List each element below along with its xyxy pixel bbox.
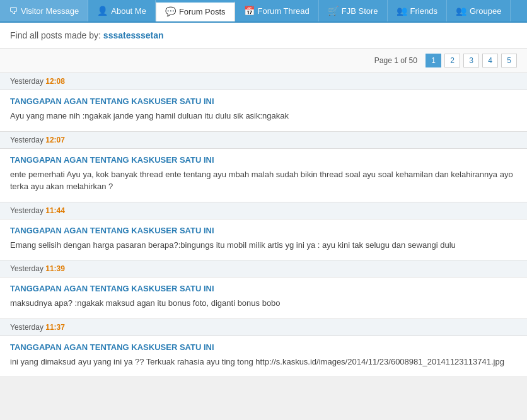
tab-forum-thread[interactable]: 📅Forum Thread bbox=[235, 0, 319, 21]
tab-bar: 🗨Visitor Message👤About Me💬Forum Posts📅Fo… bbox=[0, 0, 527, 23]
post-thread-title-5[interactable]: TANGGAPAN AGAN TENTANG KASKUSER SATU INI bbox=[10, 342, 517, 352]
page-btn-5[interactable]: 5 bbox=[501, 54, 517, 67]
tab-icon-groupee: 👥 bbox=[456, 6, 466, 16]
post-entry-3: Yesterday 11:44TANGGAPAN AGAN TENTANG KA… bbox=[0, 202, 527, 261]
post-thread-title-1[interactable]: TANGGAPAN AGAN TENTANG KASKUSER SATU INI bbox=[10, 96, 517, 106]
post-body-3: TANGGAPAN AGAN TENTANG KASKUSER SATU INI… bbox=[0, 219, 527, 260]
timestamp-label-3: Yesterday bbox=[10, 206, 45, 215]
username-link[interactable]: sssatesssetan bbox=[103, 30, 164, 40]
post-body-4: TANGGAPAN AGAN TENTANG KASKUSER SATU INI… bbox=[0, 277, 527, 318]
tab-icon-about-me: 👤 bbox=[97, 6, 108, 16]
tab-friends[interactable]: 👥Friends bbox=[388, 0, 447, 21]
tab-label-groupee: Groupee bbox=[470, 6, 502, 16]
tab-label-visitor-message: Visitor Message bbox=[21, 6, 79, 16]
post-timestamp-2: Yesterday 12:07 bbox=[0, 132, 527, 149]
timestamp-label-2: Yesterday bbox=[10, 136, 45, 144]
tab-icon-visitor-message: 🗨 bbox=[9, 6, 18, 16]
find-posts-label: Find all posts made by: bbox=[10, 30, 101, 40]
post-text-2: ente pemerhati Ayu ya, kok banyak thread… bbox=[10, 168, 517, 193]
post-entry-5: Yesterday 11:37TANGGAPAN AGAN TENTANG KA… bbox=[0, 319, 527, 378]
timestamp-time-2: 12:07 bbox=[45, 136, 65, 144]
content-area: Find all posts made by: sssatesssetan Pa… bbox=[0, 23, 527, 377]
post-text-1: Ayu yang mane nih :ngakak jande yang ham… bbox=[10, 110, 517, 122]
tab-icon-fjb-store: 🛒 bbox=[328, 6, 339, 16]
tab-icon-forum-thread: 📅 bbox=[244, 6, 255, 16]
tab-visitor-message[interactable]: 🗨Visitor Message bbox=[0, 0, 88, 21]
timestamp-time-3: 11:44 bbox=[45, 206, 65, 215]
tab-about-me[interactable]: 👤About Me bbox=[88, 0, 156, 21]
post-text-4: maksudnya apa? :ngakak maksud agan itu b… bbox=[10, 297, 517, 310]
timestamp-label-4: Yesterday bbox=[10, 264, 45, 273]
tab-forum-posts[interactable]: 💬Forum Posts bbox=[156, 1, 235, 21]
timestamp-time-5: 11:37 bbox=[45, 323, 65, 332]
tab-label-forum-posts: Forum Posts bbox=[179, 7, 226, 16]
post-timestamp-1: Yesterday 12:08 bbox=[0, 73, 527, 90]
tab-label-friends: Friends bbox=[410, 6, 437, 16]
post-text-3: Emang selisih dengan harga pasaran berap… bbox=[10, 239, 517, 252]
tab-groupee[interactable]: 👥Groupee bbox=[447, 0, 511, 21]
find-posts-bar: Find all posts made by: sssatesssetan bbox=[0, 23, 527, 49]
page-btn-1[interactable]: 1 bbox=[426, 54, 441, 67]
pagination-bar: Page 1 of 50 1 2 3 4 5 bbox=[0, 49, 527, 73]
post-body-2: TANGGAPAN AGAN TENTANG KASKUSER SATU INI… bbox=[0, 149, 527, 202]
post-entry-1: Yesterday 12:08TANGGAPAN AGAN TENTANG KA… bbox=[0, 73, 527, 132]
post-thread-title-2[interactable]: TANGGAPAN AGAN TENTANG KASKUSER SATU INI bbox=[10, 155, 517, 165]
page-btn-3[interactable]: 3 bbox=[463, 54, 479, 67]
tab-icon-forum-posts: 💬 bbox=[165, 6, 176, 16]
posts-container: Yesterday 12:08TANGGAPAN AGAN TENTANG KA… bbox=[0, 73, 527, 377]
post-body-1: TANGGAPAN AGAN TENTANG KASKUSER SATU INI… bbox=[0, 90, 527, 131]
page-btn-4[interactable]: 4 bbox=[482, 54, 498, 67]
timestamp-label-1: Yesterday bbox=[10, 77, 45, 86]
post-text-5: ini yang dimaksud ayu yang ini ya ?? Ter… bbox=[10, 356, 517, 368]
post-thread-title-3[interactable]: TANGGAPAN AGAN TENTANG KASKUSER SATU INI bbox=[10, 226, 517, 235]
tab-fjb-store[interactable]: 🛒FJB Store bbox=[319, 0, 388, 21]
post-timestamp-5: Yesterday 11:37 bbox=[0, 319, 527, 336]
post-entry-2: Yesterday 12:07TANGGAPAN AGAN TENTANG KA… bbox=[0, 132, 527, 202]
post-thread-title-4[interactable]: TANGGAPAN AGAN TENTANG KASKUSER SATU INI bbox=[10, 284, 517, 293]
tab-label-forum-thread: Forum Thread bbox=[258, 6, 310, 16]
post-body-5: TANGGAPAN AGAN TENTANG KASKUSER SATU INI… bbox=[0, 336, 527, 377]
post-entry-4: Yesterday 11:39TANGGAPAN AGAN TENTANG KA… bbox=[0, 260, 527, 319]
timestamp-time-1: 12:08 bbox=[45, 77, 65, 86]
page-info: Page 1 of 50 bbox=[374, 56, 417, 65]
page-btn-2[interactable]: 2 bbox=[444, 54, 460, 67]
tab-label-about-me: About Me bbox=[111, 6, 146, 16]
post-timestamp-3: Yesterday 11:44 bbox=[0, 202, 527, 219]
post-timestamp-4: Yesterday 11:39 bbox=[0, 260, 527, 277]
timestamp-label-5: Yesterday bbox=[10, 323, 45, 332]
timestamp-time-4: 11:39 bbox=[45, 264, 65, 273]
tab-icon-friends: 👥 bbox=[397, 6, 407, 16]
tab-label-fjb-store: FJB Store bbox=[342, 6, 378, 16]
